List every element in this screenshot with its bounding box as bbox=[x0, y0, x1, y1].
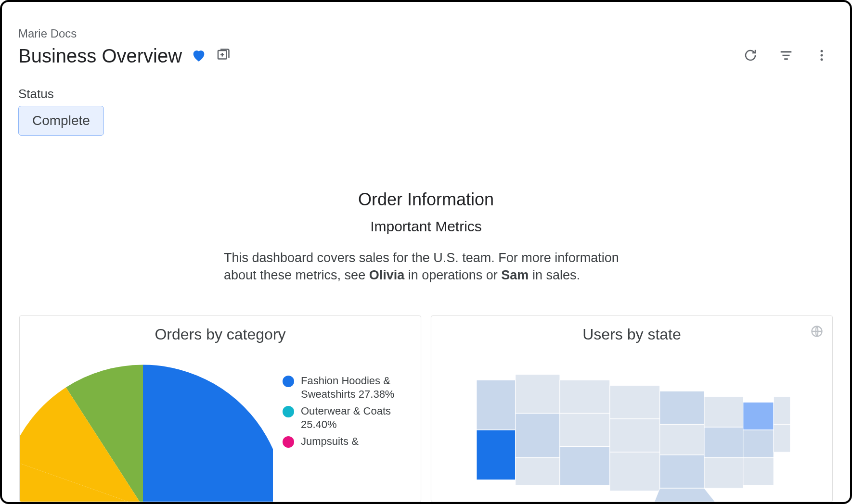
svg-point-6 bbox=[821, 58, 823, 61]
svg-rect-25 bbox=[743, 402, 773, 430]
pie-wrap: Fashion Hoodies & Sweatshirts 27.38%Oute… bbox=[32, 358, 408, 502]
more-vert-icon[interactable] bbox=[814, 48, 829, 64]
svg-rect-22 bbox=[704, 397, 743, 427]
svg-rect-8 bbox=[476, 380, 515, 430]
legend-dot bbox=[283, 406, 294, 417]
svg-rect-24 bbox=[704, 458, 743, 488]
legend-dot bbox=[283, 436, 294, 448]
svg-point-4 bbox=[821, 50, 823, 52]
svg-rect-29 bbox=[774, 424, 790, 452]
section-subheading: Important Metrics bbox=[2, 218, 850, 235]
orders-by-category-card: Orders by category Fashion Hoodies & Swe… bbox=[19, 315, 421, 502]
svg-rect-11 bbox=[515, 413, 559, 457]
title-row: Business Overview bbox=[18, 45, 230, 67]
reload-icon[interactable] bbox=[743, 48, 758, 64]
map-card-title: Users by state bbox=[444, 326, 820, 343]
svg-rect-26 bbox=[743, 430, 773, 458]
users-by-state-card: Users by state bbox=[431, 315, 833, 502]
us-map[interactable] bbox=[449, 358, 815, 502]
desc-contact-2: Sam bbox=[501, 268, 529, 282]
breadcrumb[interactable]: Marie Docs bbox=[18, 27, 77, 40]
globe-icon[interactable] bbox=[810, 325, 824, 338]
svg-rect-17 bbox=[609, 419, 659, 452]
svg-rect-3 bbox=[784, 58, 788, 60]
desc-contact-1: Olivia bbox=[369, 268, 405, 282]
pie-slice-blue[interactable] bbox=[143, 365, 273, 502]
dashboard-frame: Marie Docs Business Overview Status Comp… bbox=[0, 0, 852, 504]
svg-rect-19 bbox=[659, 391, 704, 424]
legend-row[interactable]: Outerwear & Coats 25.40% bbox=[283, 404, 397, 431]
pie-card-title: Orders by category bbox=[32, 326, 408, 343]
pie-legend: Fashion Hoodies & Sweatshirts 27.38%Oute… bbox=[283, 374, 397, 448]
svg-rect-16 bbox=[609, 386, 659, 419]
status-filter-label: Status bbox=[18, 87, 54, 101]
status-filter-chip[interactable]: Complete bbox=[18, 106, 104, 136]
top-actions bbox=[743, 48, 829, 64]
svg-rect-9 bbox=[476, 430, 515, 480]
legend-label: Jumpsuits & bbox=[301, 435, 359, 448]
svg-rect-1 bbox=[781, 51, 792, 52]
svg-point-5 bbox=[821, 54, 823, 57]
svg-rect-15 bbox=[560, 447, 610, 486]
svg-rect-18 bbox=[609, 452, 659, 491]
svg-rect-23 bbox=[704, 427, 743, 457]
map-wrap bbox=[444, 358, 820, 502]
intro-text-block: Order Information Important Metrics This… bbox=[2, 189, 850, 284]
svg-rect-28 bbox=[774, 397, 790, 425]
legend-row[interactable]: Jumpsuits & bbox=[283, 435, 397, 448]
svg-rect-12 bbox=[515, 458, 559, 486]
svg-rect-13 bbox=[560, 380, 610, 413]
svg-rect-27 bbox=[743, 458, 773, 486]
page-title: Business Overview bbox=[18, 45, 182, 67]
legend-label: Fashion Hoodies & Sweatshirts 27.38% bbox=[301, 374, 397, 401]
desc-text: in operations or bbox=[404, 268, 501, 282]
svg-rect-20 bbox=[659, 424, 704, 454]
charts-row: Orders by category Fashion Hoodies & Swe… bbox=[19, 315, 833, 502]
svg-rect-10 bbox=[515, 375, 559, 414]
svg-rect-21 bbox=[659, 455, 704, 488]
legend-label: Outerwear & Coats 25.40% bbox=[301, 404, 397, 431]
svg-rect-14 bbox=[560, 413, 610, 446]
svg-rect-2 bbox=[783, 55, 790, 56]
add-to-board-icon[interactable] bbox=[216, 48, 230, 64]
legend-row[interactable]: Fashion Hoodies & Sweatshirts 27.38% bbox=[283, 374, 397, 401]
pie-chart bbox=[19, 353, 273, 502]
filter-icon[interactable] bbox=[779, 48, 793, 64]
desc-text: in sales. bbox=[529, 268, 580, 282]
section-description: This dashboard covers sales for the U.S.… bbox=[123, 249, 729, 284]
heart-icon[interactable] bbox=[191, 47, 207, 65]
svg-marker-30 bbox=[654, 488, 715, 502]
section-heading: Order Information bbox=[2, 189, 850, 210]
legend-dot bbox=[283, 376, 294, 387]
